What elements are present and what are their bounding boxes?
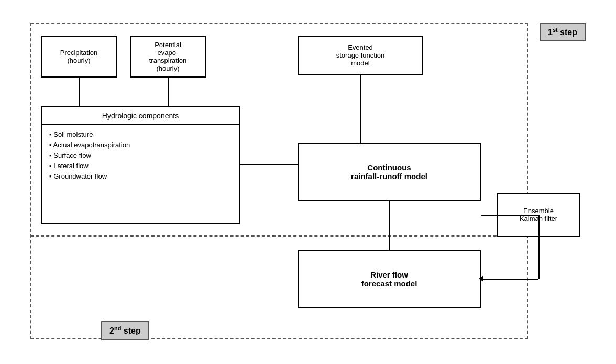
list-item: Soil moisture bbox=[49, 130, 232, 138]
precipitation-box: Precipitation (hourly) bbox=[41, 36, 117, 78]
arrow-ensemble-vertical bbox=[538, 215, 540, 279]
river-flow-box: River flow forecast model bbox=[298, 250, 481, 308]
hydrologic-body: Soil moisture Actual evapotranspiration … bbox=[42, 125, 239, 188]
first-step-label: 1st step bbox=[540, 23, 586, 41]
hydrologic-title: Hydrologic components bbox=[42, 107, 239, 125]
step2-text: 2nd step bbox=[109, 325, 141, 336]
evapotranspiration-box: Potential evapo- transpiration (hourly) bbox=[130, 36, 206, 78]
arrow-evap-to-hydro bbox=[168, 78, 169, 106]
list-item: Actual evapotranspiration bbox=[49, 141, 232, 149]
diagram-container: 1st step 2nd step Precipitation (hourly)… bbox=[20, 15, 596, 350]
hydrologic-components-box: Hydrologic components Soil moisture Actu… bbox=[41, 106, 240, 224]
arrow-rainfall-to-river bbox=[389, 201, 390, 250]
arrow-evented-to-rainfall bbox=[360, 75, 361, 143]
arrow-precip-to-hydro bbox=[79, 78, 80, 106]
arrowhead-ensemble-left bbox=[479, 275, 483, 282]
step1-text: 1st step bbox=[548, 27, 577, 37]
continuous-rainfall-box: Continuous rainfall-runoff model bbox=[298, 143, 481, 201]
arrow-ensemble-to-river bbox=[481, 279, 538, 280]
hydrologic-list: Soil moisture Actual evapotranspiration … bbox=[49, 130, 232, 180]
list-item: Surface flow bbox=[49, 151, 232, 159]
list-item: Groundwater flow bbox=[49, 172, 232, 180]
arrow-ensemble-connect bbox=[481, 215, 540, 216]
second-step-label: 2nd step bbox=[101, 321, 149, 340]
evented-storage-box: Evented storage function model bbox=[298, 36, 423, 75]
arrow-hydro-to-rainfall bbox=[240, 164, 298, 165]
list-item: Lateral flow bbox=[49, 162, 232, 170]
